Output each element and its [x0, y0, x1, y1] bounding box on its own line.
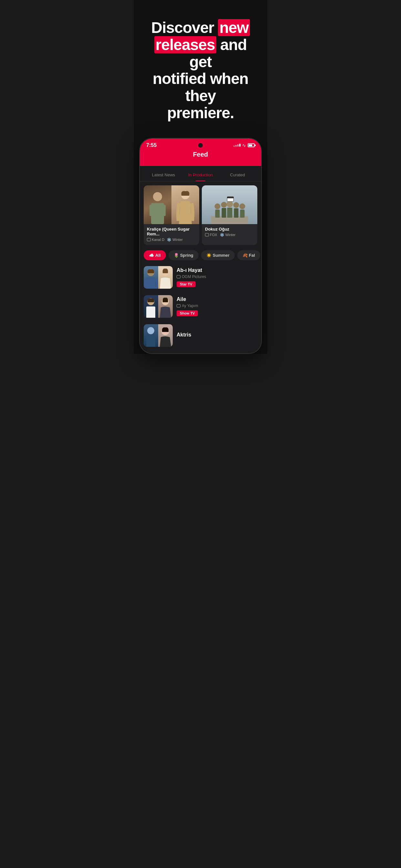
filter-summer[interactable]: ☀️ Summer — [201, 250, 235, 260]
signal-dot-1 — [234, 146, 235, 147]
phone-mockup: 7:55 ∿ Feed — [139, 138, 262, 354]
tabs-bar: Latest News In Production Curated — [140, 166, 261, 182]
svg-point-6 — [215, 204, 220, 209]
hero-highlight-new: new — [218, 19, 250, 36]
app-title: Feed — [140, 151, 261, 161]
card-channel-kraliçe: Kanal D — [147, 238, 164, 242]
cards-row: Kraliçe (Queen Sugar Rem... Kanal D ❄️ W… — [140, 182, 261, 248]
status-bar: 7:55 ∿ — [140, 138, 261, 151]
list-img-aile-left — [144, 295, 158, 318]
signal-dots — [234, 144, 241, 147]
soldiers-svg — [202, 185, 257, 224]
battery-fill — [249, 144, 252, 146]
filter-all[interactable]: ☁️ All — [144, 250, 166, 260]
card-meta-kraliçe: Kanal D ❄️ Winter — [147, 238, 196, 242]
list-producer-aile: Ay Yapım — [177, 304, 257, 308]
male-person-svg — [144, 185, 172, 224]
hero-highlight-releases: releases — [154, 36, 216, 53]
season-badge-kraliçe: ❄️ Winter — [167, 238, 183, 242]
list-item-aile[interactable]: Aile Ay Yapım Show TV — [140, 292, 261, 321]
aile-right-person — [158, 295, 173, 318]
card-channel-dokuz-oguz: FOX — [205, 233, 217, 237]
list-image-aktris — [144, 324, 173, 347]
hero-title: Discover new releases and get notified w… — [143, 20, 258, 122]
filter-pills: ☁️ All 🌷 Spring ☀️ Summer 🍂 Fal — [140, 248, 261, 263]
svg-rect-13 — [234, 208, 239, 218]
svg-rect-22 — [146, 306, 155, 318]
signal-dot-3 — [237, 144, 239, 147]
ab-left-person — [144, 266, 158, 289]
filter-spring[interactable]: 🌷 Spring — [168, 250, 198, 260]
battery-icon — [248, 144, 255, 147]
ab-right-person — [158, 266, 173, 289]
phone-body: Latest News In Production Curated — [140, 166, 261, 353]
list-image-aile — [144, 295, 173, 318]
wifi-icon: ∿ — [242, 143, 246, 148]
list-info-aktris: Aktris — [177, 332, 257, 339]
svg-rect-9 — [222, 208, 226, 218]
card-image-soldiers — [202, 185, 257, 224]
card-image-right-female — [172, 185, 199, 224]
svg-rect-25 — [146, 336, 155, 347]
channel-tag-aile: Show TV — [177, 310, 198, 316]
signal-dot-2 — [235, 145, 237, 147]
channel-icon — [147, 238, 151, 241]
card-info-dokuz-oguz: Dokuz Oğuz FOX ❄️ Winter — [202, 224, 257, 240]
list-image-ab-i-hayat — [144, 266, 173, 289]
signal-dot-4 — [239, 144, 241, 147]
phone-header: 7:55 ∿ Feed — [140, 138, 261, 166]
svg-rect-7 — [215, 210, 220, 218]
card-dokuz-oguz[interactable]: Dokuz Oğuz FOX ❄️ Winter — [202, 185, 257, 245]
svg-rect-19 — [146, 277, 155, 289]
aktris-right-person — [158, 324, 173, 347]
svg-rect-17 — [227, 197, 234, 198]
tab-curated[interactable]: Curated — [219, 170, 256, 181]
svg-point-8 — [221, 202, 227, 208]
list-img-ab-right — [158, 266, 173, 289]
tab-latest-news[interactable]: Latest News — [145, 170, 182, 181]
list-item-aktris[interactable]: Aktris — [140, 321, 261, 353]
card-info-kraliçe: Kraliçe (Queen Sugar Rem... Kanal D ❄️ W… — [144, 224, 199, 245]
list-img-aile-right — [158, 295, 173, 318]
card-meta-dokuz-oguz: FOX ❄️ Winter — [205, 233, 254, 237]
svg-rect-11 — [227, 208, 233, 218]
filter-fall[interactable]: 🍂 Fal — [237, 250, 260, 260]
list-title-aktris: Aktris — [177, 332, 257, 338]
svg-point-10 — [227, 201, 233, 207]
svg-rect-3 — [161, 205, 166, 216]
svg-rect-15 — [240, 210, 245, 218]
list-title-ab-i-hayat: Ab-ı Hayat — [177, 268, 257, 273]
svg-point-24 — [147, 327, 154, 334]
list-img-aktris-left — [144, 324, 158, 347]
list-info-ab-i-hayat: Ab-ı Hayat OGM Pictures Star TV — [177, 268, 257, 287]
card-image-kraliçe — [144, 185, 199, 224]
camera-notch — [198, 143, 203, 148]
list-info-aile: Aile Ay Yapım Show TV — [177, 297, 257, 316]
list-producer-ab-i-hayat: OGM Pictures — [177, 275, 257, 279]
svg-rect-2 — [150, 205, 154, 216]
aile-left-person — [144, 295, 158, 318]
status-time: 7:55 — [146, 143, 157, 148]
producer-icon-aile — [177, 304, 181, 307]
channel-icon-2 — [205, 233, 209, 237]
card-title-kraliçe: Kraliçe (Queen Sugar Rem... — [147, 227, 196, 237]
tab-in-production[interactable]: In Production — [182, 170, 219, 181]
channel-tag-ab-i-hayat: Star TV — [177, 281, 196, 287]
female-person-svg — [172, 185, 199, 224]
svg-point-0 — [153, 192, 162, 201]
list-title-aile: Aile — [177, 297, 257, 302]
status-icons: ∿ — [234, 143, 255, 148]
list-img-ab-left — [144, 266, 158, 289]
producer-icon-ab — [177, 275, 181, 278]
list-item-ab-i-hayat[interactable]: Ab-ı Hayat OGM Pictures Star TV — [140, 263, 261, 292]
card-kraliçe[interactable]: Kraliçe (Queen Sugar Rem... Kanal D ❄️ W… — [144, 185, 199, 245]
card-title-dokuz-oguz: Dokuz Oğuz — [205, 227, 254, 231]
svg-point-14 — [240, 204, 245, 209]
list-img-aktris-right — [158, 324, 173, 347]
season-badge-dokuz-oguz: ❄️ Winter — [220, 233, 236, 237]
hero-section: Discover new releases and get notified w… — [134, 0, 267, 131]
card-image-left-male — [144, 185, 172, 224]
svg-point-12 — [234, 202, 239, 208]
aktris-left-person — [144, 324, 158, 347]
